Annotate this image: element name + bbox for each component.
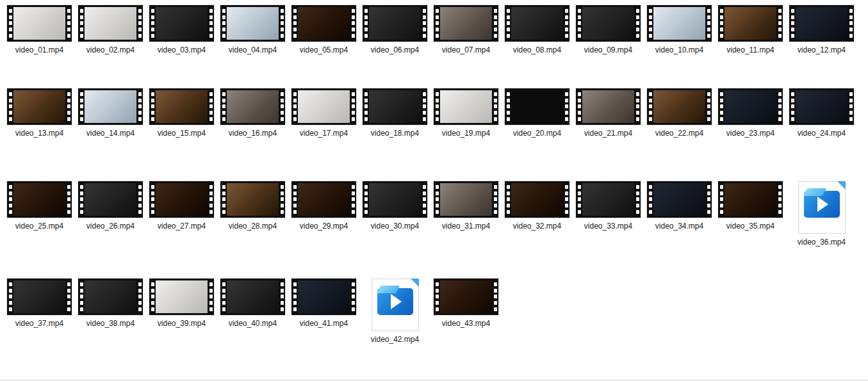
filmstrip-sprocket-holes-right bbox=[65, 5, 72, 42]
video-filmstrip-thumbnail bbox=[149, 5, 214, 42]
filmstrip-sprocket-holes-left bbox=[291, 279, 298, 315]
thumbnail-frame-image bbox=[298, 280, 350, 313]
thumbnail-frame-image bbox=[582, 90, 634, 123]
file-grid-row: video_13.mp4video_14.mp4video_15.mp4vide… bbox=[4, 88, 857, 138]
file-item[interactable]: video_15.mp4 bbox=[146, 88, 217, 138]
video-filmstrip-thumbnail bbox=[78, 5, 143, 42]
thumbnail-frame-image bbox=[369, 183, 421, 216]
filmstrip-sprocket-holes-left bbox=[78, 88, 85, 125]
filmstrip-sprocket-holes-left bbox=[7, 181, 13, 218]
file-item[interactable]: video_20.mp4 bbox=[502, 88, 573, 138]
file-item[interactable]: video_33.mp4 bbox=[573, 181, 644, 231]
file-item[interactable]: video_10.mp4 bbox=[644, 5, 715, 55]
file-item[interactable]: video_23.mp4 bbox=[715, 88, 786, 138]
video-filmstrip-thumbnail bbox=[434, 88, 498, 125]
file-grid-row: video_37.mp4video_38.mp4video_39.mp4vide… bbox=[4, 279, 502, 345]
thumbnail-frame-image bbox=[653, 183, 705, 216]
filmstrip-sprocket-holes-left bbox=[434, 5, 440, 42]
file-item[interactable]: video_27.mp4 bbox=[146, 181, 217, 231]
video-filmstrip-thumbnail bbox=[78, 279, 143, 315]
file-item[interactable]: video_32.mp4 bbox=[502, 181, 573, 231]
file-item[interactable]: video_17.mp4 bbox=[288, 88, 359, 138]
file-item[interactable]: video_43.mp4 bbox=[430, 279, 502, 328]
file-item[interactable]: video_38.mp4 bbox=[75, 279, 146, 328]
filmstrip-sprocket-holes-left bbox=[291, 88, 298, 125]
video-filmstrip-thumbnail bbox=[576, 5, 641, 42]
video-filmstrip-thumbnail bbox=[78, 88, 143, 125]
video-filmstrip-thumbnail bbox=[647, 181, 712, 218]
filmstrip-sprocket-holes-right bbox=[421, 88, 427, 125]
filmstrip-sprocket-holes-right bbox=[563, 181, 569, 218]
file-item[interactable]: video_13.mp4 bbox=[4, 88, 75, 138]
file-item[interactable]: video_08.mp4 bbox=[502, 5, 573, 55]
file-item[interactable]: video_12.mp4 bbox=[786, 5, 857, 55]
file-item[interactable]: video_26.mp4 bbox=[75, 181, 146, 231]
filmstrip-sprocket-holes-right bbox=[350, 279, 356, 315]
thumbnail-frame-image bbox=[725, 90, 776, 123]
file-item[interactable]: video_04.mp4 bbox=[217, 5, 288, 55]
file-item[interactable]: video_35.mp4 bbox=[715, 181, 786, 231]
filmstrip-sprocket-holes-left bbox=[718, 5, 725, 42]
file-item[interactable]: video_31.mp4 bbox=[430, 181, 502, 231]
thumbnail-frame-image bbox=[796, 90, 848, 123]
file-item[interactable]: video_02.mp4 bbox=[75, 5, 146, 55]
file-name-label: video_08.mp4 bbox=[513, 45, 561, 55]
thumbnail-frame-image bbox=[227, 280, 279, 313]
file-item[interactable]: video_37.mp4 bbox=[4, 279, 75, 328]
file-item[interactable]: video_11.mp4 bbox=[715, 5, 786, 55]
file-item[interactable]: video_16.mp4 bbox=[217, 88, 288, 138]
video-filmstrip-thumbnail bbox=[647, 5, 712, 42]
file-name-label: video_40.mp4 bbox=[229, 318, 277, 328]
file-item[interactable]: video_39.mp4 bbox=[146, 279, 217, 328]
thumbnail-frame-image bbox=[13, 90, 65, 123]
filmstrip-sprocket-holes-left bbox=[220, 5, 227, 42]
file-item[interactable]: video_03.mp4 bbox=[146, 5, 217, 55]
file-name-label: video_02.mp4 bbox=[86, 45, 135, 55]
filmstrip-sprocket-holes-left bbox=[505, 181, 511, 218]
file-item[interactable]: video_30.mp4 bbox=[359, 181, 430, 231]
filmstrip-sprocket-holes-left bbox=[434, 88, 440, 125]
file-item[interactable]: video_36.mp4 bbox=[786, 181, 857, 247]
file-item[interactable]: video_07.mp4 bbox=[430, 5, 502, 55]
filmstrip-sprocket-holes-right bbox=[136, 181, 143, 218]
file-name-label: video_20.mp4 bbox=[513, 128, 561, 138]
file-item[interactable]: video_24.mp4 bbox=[786, 88, 857, 138]
file-name-label: video_09.mp4 bbox=[584, 45, 632, 55]
file-item[interactable]: video_06.mp4 bbox=[359, 5, 430, 55]
thumbnail-frame-image bbox=[298, 90, 350, 123]
file-item[interactable]: video_09.mp4 bbox=[573, 5, 644, 55]
filmstrip-sprocket-holes-right bbox=[705, 181, 712, 218]
filmstrip-sprocket-holes-right bbox=[208, 279, 214, 315]
file-name-label: video_37.mp4 bbox=[15, 318, 63, 328]
file-item[interactable]: video_19.mp4 bbox=[430, 88, 502, 138]
video-filmstrip-thumbnail bbox=[363, 181, 427, 218]
file-item[interactable]: video_40.mp4 bbox=[217, 279, 288, 328]
file-name-label: video_33.mp4 bbox=[584, 221, 632, 231]
file-item[interactable]: video_29.mp4 bbox=[288, 181, 359, 231]
file-item[interactable]: video_25.mp4 bbox=[4, 181, 75, 231]
video-filmstrip-thumbnail bbox=[718, 5, 783, 42]
thumbnail-frame-image bbox=[440, 280, 492, 313]
file-item[interactable]: video_01.mp4 bbox=[4, 5, 75, 55]
filmstrip-sprocket-holes-right bbox=[136, 279, 143, 315]
file-item[interactable]: video_42.mp4 bbox=[359, 279, 430, 345]
filmstrip-sprocket-holes-left bbox=[291, 181, 298, 218]
file-item[interactable]: video_05.mp4 bbox=[288, 5, 359, 55]
file-item[interactable]: video_21.mp4 bbox=[573, 88, 644, 138]
thumbnail-frame-image bbox=[156, 90, 208, 123]
file-name-label: video_21.mp4 bbox=[584, 128, 632, 138]
thumbnail-frame-image bbox=[440, 7, 492, 40]
file-item[interactable]: video_34.mp4 bbox=[644, 181, 715, 231]
video-filmstrip-thumbnail bbox=[434, 279, 498, 315]
filmstrip-sprocket-holes-left bbox=[149, 88, 156, 125]
file-item[interactable]: video_18.mp4 bbox=[359, 88, 430, 138]
file-item[interactable]: video_41.mp4 bbox=[288, 279, 359, 328]
file-item[interactable]: video_14.mp4 bbox=[75, 88, 146, 138]
file-item[interactable]: video_28.mp4 bbox=[217, 181, 288, 231]
file-item[interactable]: video_22.mp4 bbox=[644, 88, 715, 138]
file-name-label: video_14.mp4 bbox=[86, 128, 135, 138]
filmstrip-sprocket-holes-left bbox=[576, 5, 582, 42]
thumbnail-frame-image bbox=[85, 183, 136, 216]
video-filmstrip-thumbnail bbox=[363, 88, 427, 125]
thumbnail-frame-image bbox=[653, 90, 705, 123]
